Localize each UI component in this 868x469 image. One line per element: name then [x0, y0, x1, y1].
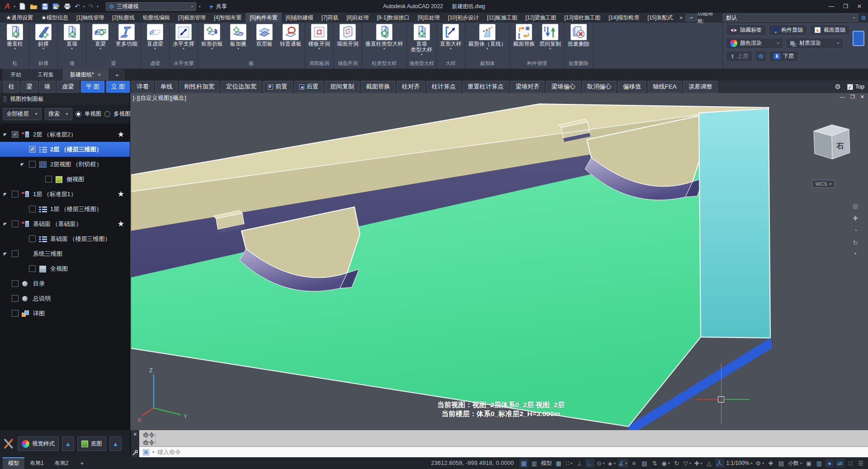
- toolbar-button[interactable]: 偏移值: [618, 81, 646, 93]
- more-functions-button[interactable]: 更多功能: [114, 23, 139, 51]
- toolbar-button[interactable]: 平 面: [81, 81, 104, 93]
- expand-arrow-icon[interactable]: [4, 132, 9, 137]
- brace-button[interactable]: 斜撑▾: [31, 23, 56, 51]
- toolbar-button[interactable]: 前置: [263, 81, 292, 93]
- autoscale-icon[interactable]: 人: [715, 459, 724, 468]
- favorite-star-icon[interactable]: ★: [118, 219, 124, 229]
- new-file-icon[interactable]: [18, 2, 26, 10]
- full-navigation-wheel-icon[interactable]: ◎: [853, 202, 858, 210]
- favorite-star-icon[interactable]: ★: [118, 130, 124, 139]
- section-replace-button[interactable]: 截面替换: [511, 23, 537, 51]
- visibility-checkbox[interactable]: [29, 206, 36, 212]
- visual-style-expand-button[interactable]: ▲: [62, 436, 74, 451]
- menu-tab[interactable]: [9]后处理: [414, 13, 444, 23]
- toolbar-button[interactable]: 刚性杆加宽: [179, 81, 220, 93]
- menu-tab[interactable]: [11]板施工图: [483, 13, 521, 23]
- double-slab-button[interactable]: 双层板: [252, 23, 277, 51]
- dropdown-arrow-icon[interactable]: ▾: [71, 47, 73, 51]
- ortho-mode-icon[interactable]: ∟: [585, 459, 594, 468]
- open-folder-icon[interactable]: [29, 2, 38, 10]
- annotation-visibility-icon[interactable]: △: [705, 459, 714, 468]
- menu-tab[interactable]: [7]荷载: [317, 13, 342, 23]
- batch-delete-button[interactable]: 批量删除: [566, 23, 591, 51]
- base-map-expand-button[interactable]: ▲: [109, 436, 122, 451]
- layer-settings-button[interactable]: ⚙: [755, 51, 767, 62]
- close-tab-icon[interactable]: ✕: [98, 72, 101, 77]
- visibility-checkbox[interactable]: [12, 310, 19, 317]
- straight-beam-button[interactable]: 直梁▾: [88, 23, 113, 51]
- layout-tab[interactable]: ＋: [74, 457, 90, 469]
- toolbar-button[interactable]: 重置柱计算点: [462, 81, 509, 93]
- model-space-icon[interactable]: ▦: [519, 459, 528, 468]
- color-render-button[interactable]: 颜色渲染 ▾: [726, 38, 783, 49]
- rect-folded-slab-button[interactable]: 矩形折板▾: [199, 23, 225, 51]
- redo-dropdown-icon[interactable]: ▾: [97, 5, 99, 9]
- toolbar-button[interactable]: 截面替换: [361, 81, 395, 93]
- close-button[interactable]: ✕: [857, 3, 862, 9]
- toolbar-button[interactable]: 柱: [4, 81, 19, 93]
- menu-tab[interactable]: [8-1]数据接口: [373, 13, 414, 23]
- document-tab[interactable]: 开始 ✕: [3, 69, 29, 80]
- toolbar-button[interactable]: 单线: [156, 81, 178, 93]
- sync-settings-icon[interactable]: ⇄: [835, 459, 844, 468]
- menu-tab[interactable]: ★模型信息: [37, 13, 72, 23]
- dropdown-arrow-icon[interactable]: ▾: [549, 47, 551, 51]
- viewport-close-icon[interactable]: ✕: [860, 94, 864, 100]
- wcs-button[interactable]: WCS ▾: [812, 180, 835, 188]
- expand-arrow-icon[interactable]: [4, 222, 9, 226]
- units-icon[interactable]: ▤: [777, 459, 786, 468]
- tab-scroll-icon[interactable]: ▪▾: [685, 14, 697, 21]
- menu-tab[interactable]: [12]梁施工图: [521, 13, 560, 23]
- base-map-button[interactable]: 底图: [77, 436, 106, 451]
- search-dropdown[interactable]: 搜索▼: [45, 108, 72, 120]
- graphics-performance-icon[interactable]: ●: [825, 459, 834, 468]
- toolbar-button[interactable]: 墙: [39, 81, 55, 93]
- visibility-checkbox[interactable]: [12, 295, 19, 302]
- dropdown-arrow-icon[interactable]: ▾: [318, 47, 320, 51]
- workspace-gear-icon[interactable]: ⚙: [755, 459, 765, 468]
- menu-tab[interactable]: [6]辅助建模: [282, 13, 317, 23]
- visibility-checkbox[interactable]: [12, 250, 19, 257]
- layout-tab[interactable]: 布局1: [24, 457, 49, 469]
- horizontal-support-button[interactable]: 水平支撑▾: [171, 23, 196, 51]
- transparency-icon[interactable]: ▨: [640, 459, 649, 468]
- expand-arrow-icon[interactable]: [21, 162, 26, 167]
- share-button[interactable]: ➤ 共享: [209, 3, 227, 10]
- object-snap-icon[interactable]: ∠: [618, 459, 628, 468]
- drawing-viewport[interactable]: Z X Y 右 [-][自定义视图][概念] — ❐ ✕ WCS ▾ ◎ ✚: [130, 93, 868, 430]
- viewcube[interactable]: 右: [814, 125, 850, 159]
- dropdown-arrow-icon[interactable]: ▾: [450, 47, 452, 51]
- tools-icon[interactable]: [4, 438, 14, 449]
- snap-mode-icon[interactable]: ∷: [565, 459, 574, 468]
- virtual-beam-button[interactable]: 直虚梁▾: [142, 23, 168, 51]
- isodraft-icon[interactable]: ◈: [607, 459, 617, 468]
- single-view-radio[interactable]: [75, 111, 81, 117]
- slab-haunch-button[interactable]: 板加腋▾: [226, 23, 251, 51]
- coordinate-display[interactable]: 23612.6059, -999.4918, 0.0000: [427, 460, 519, 466]
- tree-item[interactable]: 1层 （楼层三维图） ★: [0, 202, 130, 216]
- menu-tab[interactable]: [5]构件布置: [245, 13, 281, 23]
- material-render-button[interactable]: 材质渲染 ▾: [786, 38, 844, 49]
- visibility-checkbox[interactable]: [12, 280, 19, 287]
- polar-tracking-icon[interactable]: ⊙: [596, 459, 606, 468]
- visibility-checkbox[interactable]: [29, 265, 36, 272]
- toolbar-button[interactable]: 梁墙偏心: [546, 81, 580, 93]
- pan-icon[interactable]: ✚: [853, 215, 858, 222]
- tree-item[interactable]: 目录 ★: [0, 276, 130, 291]
- selection-cycling-icon[interactable]: ⇅: [650, 459, 659, 468]
- workspace-dropdown[interactable]: ⚙ 三维建模 ▾: [106, 2, 196, 11]
- visibility-checkbox[interactable]: [12, 131, 19, 138]
- visibility-checkbox[interactable]: [29, 146, 36, 153]
- clip-body-button[interactable]: 裁剪体（直线）▾: [467, 23, 508, 51]
- toolbar-button[interactable]: 柱计算点: [427, 81, 461, 93]
- toolbar-button[interactable]: 虚梁: [57, 81, 79, 93]
- dropdown-arrow-icon[interactable]: ▾: [42, 47, 44, 51]
- visibility-checkbox[interactable]: [12, 220, 19, 227]
- visibility-checkbox[interactable]: [12, 191, 19, 197]
- dropdown-arrow-icon[interactable]: ▾: [154, 47, 156, 51]
- upper-layer-button[interactable]: ⬆ 上层: [726, 51, 753, 62]
- menu-tab[interactable]: [15]装配式: [643, 13, 677, 23]
- straight-detail-button[interactable]: 直形大样▾: [438, 23, 463, 51]
- multi-view-radio[interactable]: [104, 111, 110, 117]
- zoom-icon[interactable]: ◔: [853, 227, 858, 234]
